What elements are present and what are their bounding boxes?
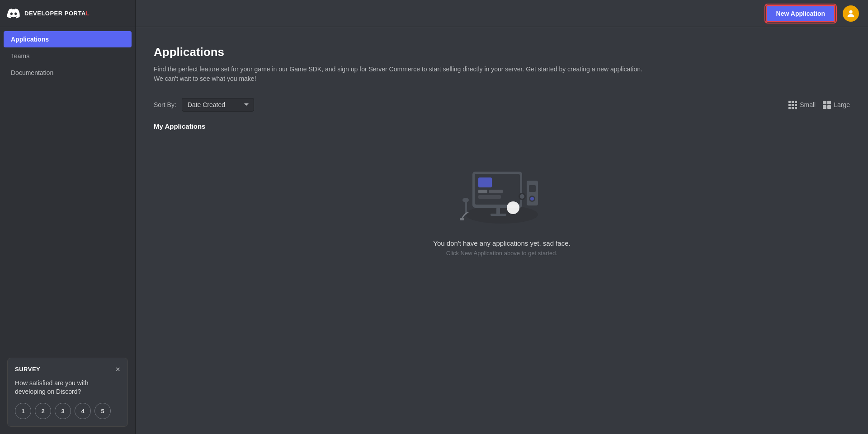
sort-select[interactable]: Date Created Name bbox=[182, 98, 254, 112]
svg-rect-8 bbox=[496, 208, 500, 215]
survey-title: SURVEY bbox=[15, 366, 40, 373]
sort-left: Sort By: Date Created Name bbox=[154, 98, 254, 112]
svg-point-19 bbox=[507, 201, 519, 214]
view-small-option[interactable]: Small bbox=[788, 101, 816, 109]
topbar: New Application bbox=[136, 0, 868, 27]
view-large-label: Large bbox=[834, 101, 850, 108]
survey-option-5[interactable]: 5 bbox=[94, 403, 111, 419]
svg-point-0 bbox=[849, 10, 852, 13]
survey-option-1[interactable]: 1 bbox=[15, 403, 31, 419]
sidebar-item-applications[interactable]: Applications bbox=[4, 31, 132, 47]
survey-close-button[interactable]: × bbox=[115, 365, 120, 373]
sidebar: DEVELOPER PORTAL Applications Teams Docu… bbox=[0, 0, 136, 434]
survey-option-4[interactable]: 4 bbox=[75, 403, 91, 419]
grid-large-icon bbox=[823, 101, 831, 109]
empty-secondary-text: Click New Application above to get start… bbox=[446, 250, 557, 257]
svg-point-15 bbox=[462, 198, 469, 202]
user-avatar[interactable] bbox=[843, 5, 859, 22]
my-applications-title: My Applications bbox=[154, 122, 850, 130]
brand-name: DEVELOPER PORTAL bbox=[24, 10, 90, 17]
empty-state: You don't have any applications yet, sad… bbox=[154, 145, 850, 275]
sidebar-item-teams[interactable]: Teams bbox=[4, 48, 132, 64]
new-application-button[interactable]: New Application bbox=[766, 5, 835, 22]
svg-rect-11 bbox=[529, 185, 536, 192]
svg-rect-9 bbox=[491, 214, 506, 216]
sidebar-item-documentation[interactable]: Documentation bbox=[4, 65, 132, 81]
empty-primary-text: You don't have any applications yet, sad… bbox=[433, 239, 570, 247]
survey-option-2[interactable]: 2 bbox=[35, 403, 51, 419]
empty-illustration-icon bbox=[452, 163, 552, 230]
view-large-option[interactable]: Large bbox=[823, 101, 850, 109]
survey-question: How satisfied are you with developing on… bbox=[15, 379, 120, 397]
discord-logo-icon bbox=[7, 7, 20, 20]
svg-rect-4 bbox=[478, 177, 492, 187]
page-title: Applications bbox=[154, 45, 850, 59]
survey-card: SURVEY × How satisfied are you with deve… bbox=[7, 358, 128, 427]
svg-point-13 bbox=[530, 197, 534, 201]
my-applications-section: My Applications bbox=[154, 122, 850, 275]
brand-highlight: L bbox=[86, 10, 90, 17]
svg-rect-7 bbox=[478, 195, 501, 199]
svg-rect-5 bbox=[478, 190, 487, 193]
sidebar-nav: Applications Teams Documentation bbox=[0, 27, 135, 350]
survey-options: 1 2 3 4 5 bbox=[15, 403, 120, 419]
svg-rect-18 bbox=[460, 218, 464, 220]
sort-bar: Sort By: Date Created Name Small bbox=[154, 98, 850, 112]
survey-option-3[interactable]: 3 bbox=[55, 403, 71, 419]
main-content: New Application Applications Find the pe… bbox=[136, 0, 868, 434]
svg-rect-6 bbox=[489, 190, 503, 193]
grid-small-icon bbox=[788, 101, 797, 109]
survey-header: SURVEY × bbox=[15, 365, 120, 373]
svg-point-21 bbox=[520, 194, 524, 199]
avatar-icon bbox=[846, 9, 856, 19]
page-content: Applications Find the perfect feature se… bbox=[136, 27, 868, 434]
view-options: Small Large bbox=[788, 101, 850, 109]
view-small-label: Small bbox=[800, 101, 816, 108]
sidebar-header: DEVELOPER PORTAL bbox=[0, 0, 135, 27]
sort-label: Sort By: bbox=[154, 101, 176, 108]
page-description: Find the perfect feature set for your ga… bbox=[154, 65, 651, 84]
